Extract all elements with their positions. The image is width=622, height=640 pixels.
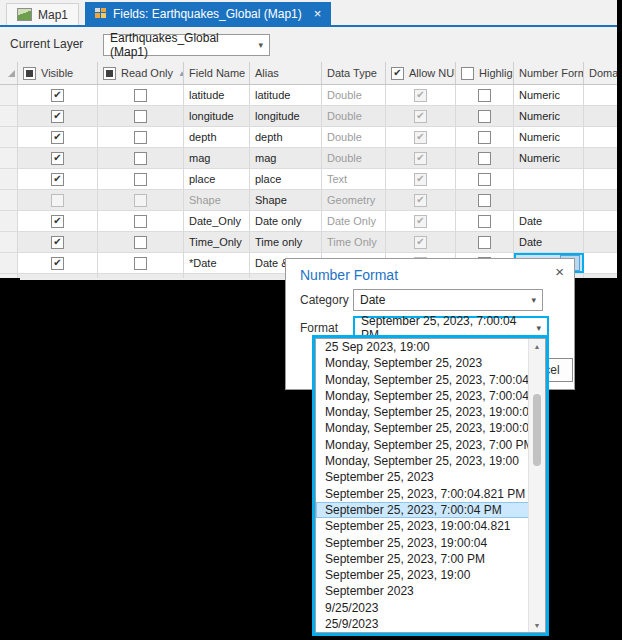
dropdown-item[interactable]: Monday, September 25, 2023, 7:00 PM xyxy=(316,437,529,453)
read-only-checkbox[interactable] xyxy=(134,152,147,165)
alias-cell[interactable]: Date only xyxy=(250,211,322,231)
field-name-cell[interactable]: place xyxy=(184,169,250,189)
alias-cell[interactable]: longitude xyxy=(250,106,322,126)
highlight-all-checkbox[interactable] xyxy=(461,67,474,80)
row-selector[interactable] xyxy=(0,274,18,278)
visible-cell[interactable] xyxy=(18,211,98,231)
read-only-checkbox[interactable] xyxy=(134,194,147,207)
highlight-checkbox[interactable] xyxy=(478,131,491,144)
header-number-format[interactable]: Number Format xyxy=(514,62,584,84)
tab-map1[interactable]: Map1 xyxy=(6,3,79,25)
alias-cell[interactable]: mag xyxy=(250,148,322,168)
header-data-type[interactable]: Data Type xyxy=(322,62,386,84)
highlight-cell[interactable] xyxy=(456,127,514,147)
tab-close-icon[interactable]: × xyxy=(314,9,322,19)
dropdown-item[interactable]: September 25, 2023 xyxy=(316,469,529,485)
field-name-cell[interactable]: latitude xyxy=(184,85,250,105)
read-only-cell[interactable] xyxy=(98,148,184,168)
field-name-cell[interactable]: depth xyxy=(184,127,250,147)
header-field-name[interactable]: Field Name xyxy=(184,62,250,84)
dropdown-item[interactable]: 9/25/2023 xyxy=(316,600,529,616)
current-layer-combobox[interactable]: Earthquakes_Global (Map1) ▾ xyxy=(103,34,270,56)
row-selector[interactable] xyxy=(0,85,18,105)
visible-cell[interactable] xyxy=(18,253,98,273)
category-combobox[interactable]: Date ▾ xyxy=(353,289,543,311)
number-format-cell[interactable] xyxy=(514,190,584,210)
visible-cell[interactable] xyxy=(18,106,98,126)
alias-cell[interactable]: latitude xyxy=(250,85,322,105)
highlight-cell[interactable] xyxy=(456,106,514,126)
highlight-cell[interactable] xyxy=(456,232,514,252)
read-only-cell[interactable] xyxy=(98,211,184,231)
header-corner[interactable] xyxy=(0,62,18,84)
alias-cell[interactable]: Time only xyxy=(250,232,322,252)
highlight-cell[interactable] xyxy=(456,148,514,168)
row-selector[interactable] xyxy=(0,148,18,168)
visible-cell[interactable] xyxy=(18,169,98,189)
visible-cell[interactable] xyxy=(18,85,98,105)
read-only-cell[interactable] xyxy=(98,190,184,210)
dialog-close-icon[interactable]: × xyxy=(555,263,564,280)
highlight-checkbox[interactable] xyxy=(478,236,491,249)
highlight-cell[interactable] xyxy=(456,190,514,210)
allow-null-all-checkbox[interactable] xyxy=(391,67,404,80)
dropdown-item[interactable]: September 25, 2023, 19:00:04 xyxy=(316,535,529,551)
highlight-checkbox[interactable] xyxy=(478,152,491,165)
row-selector[interactable] xyxy=(0,211,18,231)
number-format-cell[interactable]: Numeric xyxy=(514,106,584,126)
highlight-cell[interactable] xyxy=(456,85,514,105)
dropdown-item[interactable]: Monday, September 25, 2023, 7:00:04.821 … xyxy=(316,372,529,388)
visible-checkbox[interactable] xyxy=(51,236,64,249)
field-name-cell[interactable]: mag xyxy=(184,148,250,168)
highlight-cell[interactable] xyxy=(456,169,514,189)
number-format-cell[interactable]: Date xyxy=(514,211,584,231)
read-only-cell[interactable] xyxy=(98,106,184,126)
visible-checkbox[interactable] xyxy=(51,257,64,270)
dropdown-item[interactable]: September 25, 2023, 7:00 PM xyxy=(316,551,529,567)
visible-cell[interactable] xyxy=(18,127,98,147)
highlight-checkbox[interactable] xyxy=(478,110,491,123)
row-selector[interactable] xyxy=(0,169,18,189)
highlight-checkbox[interactable] xyxy=(478,173,491,186)
row-selector[interactable] xyxy=(0,253,18,273)
field-name-cell[interactable]: Time_Only xyxy=(184,232,250,252)
visible-checkbox[interactable] xyxy=(51,152,64,165)
read-only-checkbox[interactable] xyxy=(134,236,147,249)
field-name-cell[interactable]: longitude xyxy=(184,106,250,126)
dropdown-item-selected[interactable]: September 25, 2023, 7:00:04 PM xyxy=(316,502,529,518)
read-only-checkbox[interactable] xyxy=(134,173,147,186)
visible-cell[interactable] xyxy=(18,232,98,252)
visible-cell[interactable] xyxy=(18,148,98,168)
read-only-cell[interactable] xyxy=(98,169,184,189)
number-format-cell[interactable]: Numeric xyxy=(514,85,584,105)
read-only-checkbox[interactable] xyxy=(134,215,147,228)
number-format-cell[interactable]: Date xyxy=(514,232,584,252)
read-only-cell[interactable] xyxy=(98,85,184,105)
highlight-checkbox[interactable] xyxy=(478,194,491,207)
visible-all-checkbox[interactable] xyxy=(23,67,36,80)
field-name-cell[interactable]: Shape xyxy=(184,190,250,210)
highlight-checkbox[interactable] xyxy=(478,215,491,228)
header-read-only[interactable]: Read Only ▲ xyxy=(98,62,184,84)
dropdown-item[interactable]: September 25, 2023, 19:00:04.821 xyxy=(316,518,529,534)
row-selector[interactable] xyxy=(0,106,18,126)
field-name-cell[interactable]: *Date xyxy=(184,253,250,273)
visible-checkbox[interactable] xyxy=(51,215,64,228)
alias-cell[interactable]: place xyxy=(250,169,322,189)
read-only-checkbox[interactable] xyxy=(134,110,147,123)
dropdown-item[interactable]: 25 Sep 2023, 19:00 xyxy=(316,339,529,355)
header-highlight[interactable]: Highlight xyxy=(456,62,514,84)
header-allow-null[interactable]: Allow NULL xyxy=(386,62,456,84)
read-only-cell[interactable] xyxy=(98,253,184,273)
visible-checkbox[interactable] xyxy=(51,131,64,144)
visible-checkbox[interactable] xyxy=(51,110,64,123)
scroll-up-icon[interactable]: ▲ xyxy=(529,339,545,353)
read-only-cell[interactable] xyxy=(98,232,184,252)
dropdown-scrollbar[interactable]: ▲ ▼ xyxy=(528,339,545,632)
dropdown-item[interactable]: 25/9/2023 xyxy=(316,616,529,632)
header-alias[interactable]: Alias xyxy=(250,62,322,84)
read-only-checkbox[interactable] xyxy=(134,89,147,102)
dropdown-item[interactable]: Monday, September 25, 2023, 19:00:04.821 xyxy=(316,404,529,420)
scrollbar-thumb[interactable] xyxy=(533,394,541,466)
row-selector[interactable] xyxy=(0,232,18,252)
